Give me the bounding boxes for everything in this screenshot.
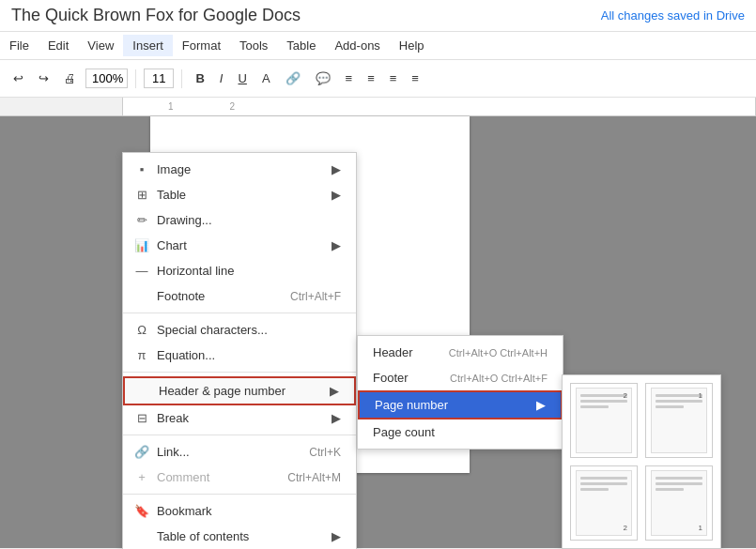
insert-comment: + Comment Ctrl+Alt+M: [123, 465, 356, 490]
pn-number-2: 1: [699, 391, 702, 400]
image-arrow: ▶: [332, 162, 341, 176]
italic-button[interactable]: I: [214, 68, 229, 89]
menu-insert[interactable]: Insert: [123, 35, 173, 56]
pn-number-bottom-right-1: 1: [699, 524, 702, 532]
insert-table[interactable]: ⊞ Table ▶: [123, 182, 356, 207]
zoom-level[interactable]: 100%: [85, 69, 128, 88]
justify-button[interactable]: ≡: [406, 68, 424, 89]
drive-saved-status: All changes saved in Drive: [601, 8, 745, 23]
insert-link[interactable]: 🔗 Link... Ctrl+K: [123, 439, 356, 465]
pn-line: [656, 394, 702, 397]
insert-bookmark[interactable]: 🔖 Bookmark: [123, 498, 356, 524]
align-left-button[interactable]: ≡: [340, 68, 359, 89]
ruler: 1 2: [0, 98, 756, 116]
pn-line: [580, 394, 627, 397]
link-shortcut: Ctrl+K: [309, 446, 341, 459]
header-arrow: ▶: [330, 384, 339, 398]
pn-line: [656, 488, 684, 491]
pn-option-top-right[interactable]: 2: [570, 383, 638, 458]
bookmark-icon: 🔖: [132, 504, 151, 518]
submenu-header[interactable]: Header Ctrl+Alt+O Ctrl+Alt+H: [358, 340, 563, 365]
pn-page-3: 2: [576, 470, 632, 536]
header-label: Header: [373, 345, 413, 359]
menu-edit[interactable]: Edit: [39, 35, 78, 56]
pn-line: [580, 400, 627, 403]
text-color-button[interactable]: A: [256, 68, 276, 89]
menu-table[interactable]: Table: [277, 35, 325, 56]
break-arrow: ▶: [332, 411, 341, 425]
insert-chart[interactable]: 📊 Chart ▶: [123, 233, 356, 258]
insert-special-chars[interactable]: Ω Special characters...: [123, 317, 356, 343]
font-size-display: 11: [144, 69, 174, 88]
pn-page-2: 1: [651, 388, 707, 453]
insert-break[interactable]: ⊟ Break ▶: [123, 405, 356, 431]
underline-button[interactable]: U: [232, 68, 252, 89]
menu-view[interactable]: View: [78, 35, 123, 56]
comment-icon: +: [132, 470, 151, 484]
pn-page-4: 1: [651, 470, 707, 536]
pn-line: [580, 477, 627, 480]
pn-option-bottom-right-1[interactable]: 1: [645, 465, 713, 541]
pn-line: [656, 400, 702, 403]
pn-line: [656, 405, 684, 408]
menu-file[interactable]: File: [0, 35, 39, 56]
pn-number-top-right: 2: [624, 391, 627, 400]
footer-shortcut: Ctrl+Alt+O Ctrl+Alt+F: [450, 373, 548, 384]
chart-arrow: ▶: [332, 238, 341, 252]
footer-label: Footer: [373, 371, 409, 385]
break-icon: ⊟: [132, 411, 151, 425]
align-right-button[interactable]: ≡: [384, 68, 403, 89]
chart-icon: 📊: [132, 238, 151, 252]
pn-option-bottom-right[interactable]: 2: [570, 465, 638, 541]
submenu-page-count[interactable]: Page count: [358, 419, 563, 445]
insert-footnote[interactable]: Footnote Ctrl+Alt+F: [123, 283, 356, 309]
divider-1: [123, 313, 356, 313]
pn-number-bottom-right: 2: [624, 524, 627, 532]
pn-line: [656, 482, 702, 485]
divider-2: [123, 372, 356, 373]
menu-addons[interactable]: Add-ons: [325, 35, 389, 56]
menu-bar: File Edit View Insert Format Tools Table…: [0, 32, 756, 60]
insert-drawing[interactable]: ✏ Drawing...: [123, 207, 356, 233]
hline-icon: —: [132, 264, 151, 278]
undo-button[interactable]: ↩: [8, 68, 29, 89]
insert-dropdown: ▪ Image ▶ ⊞ Table ▶ ✏ Drawing... 📊 Chart…: [122, 152, 357, 549]
divider-3: [123, 435, 356, 435]
table-icon: ⊞: [132, 188, 151, 202]
menu-format[interactable]: Format: [173, 35, 230, 56]
insert-toc[interactable]: Table of contents ▶: [123, 524, 356, 549]
insert-equation[interactable]: π Equation...: [123, 343, 356, 368]
pn-page-1: 2: [576, 388, 632, 453]
table-arrow: ▶: [332, 188, 341, 202]
divider-4: [123, 494, 356, 495]
toc-arrow: ▶: [332, 529, 341, 543]
link-icon: 🔗: [132, 445, 151, 459]
separator-2: [181, 69, 182, 88]
page-count-label: Page count: [373, 425, 435, 439]
pn-option-top-right-1[interactable]: 1: [645, 383, 713, 458]
drawing-icon: ✏: [132, 213, 151, 227]
align-center-button[interactable]: ≡: [362, 68, 380, 89]
page-number-grid: 2 1: [570, 383, 713, 541]
menu-tools[interactable]: Tools: [230, 35, 277, 56]
footnote-shortcut: Ctrl+Alt+F: [290, 290, 341, 303]
toolbar: ↩ ↪ 🖨 100% 11 B I U A 🔗 💬 ≡ ≡ ≡ ≡: [0, 60, 756, 98]
page-number-arrow: ▶: [536, 398, 546, 412]
separator-1: [135, 69, 136, 88]
pi-icon: π: [132, 348, 151, 362]
submenu-page-number[interactable]: Page number ▶: [358, 390, 563, 419]
print-button[interactable]: 🖨: [58, 68, 82, 89]
page-number-submenu: 2 1: [562, 374, 721, 549]
omega-icon: Ω: [132, 323, 151, 337]
pn-line: [656, 477, 702, 480]
pn-line: [580, 482, 627, 485]
insert-image[interactable]: ▪ Image ▶: [123, 157, 356, 182]
bold-button[interactable]: B: [190, 68, 209, 89]
insert-horizontal-line[interactable]: — Horizontal line: [123, 258, 356, 283]
menu-help[interactable]: Help: [390, 35, 434, 56]
insert-header-page-number[interactable]: Header & page number ▶: [123, 376, 356, 405]
link-button[interactable]: 🔗: [280, 68, 306, 89]
submenu-footer[interactable]: Footer Ctrl+Alt+O Ctrl+Alt+F: [358, 365, 563, 390]
redo-button[interactable]: ↪: [33, 68, 54, 89]
comment-button[interactable]: 💬: [310, 68, 336, 89]
